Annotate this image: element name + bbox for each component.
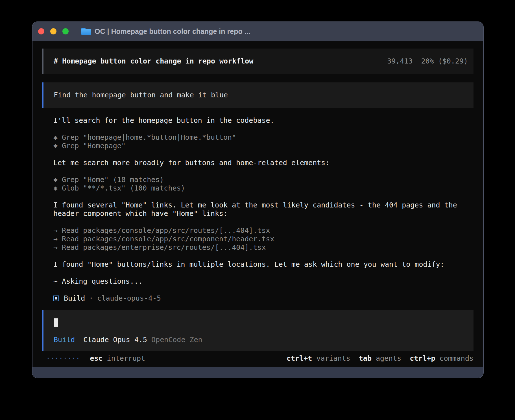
assistant-text-line: I found "Home" buttons/links in multiple… xyxy=(53,260,473,269)
user-message: Find the homepage button and make it blu… xyxy=(42,82,473,108)
read-call-line: → Read packages/enterprise/src/routes/[.… xyxy=(53,243,473,252)
agent-build-icon xyxy=(53,296,59,301)
ctrl-t-key: ctrl+t xyxy=(287,354,312,362)
minimize-button[interactable] xyxy=(50,28,56,34)
separator-dot: · xyxy=(89,294,93,303)
tab-key: tab xyxy=(359,354,372,362)
assistant-status-line: ~ Asking questions... xyxy=(53,277,473,286)
session-header: # Homepage button color change in repo w… xyxy=(42,49,473,74)
agent-name: Build xyxy=(64,294,85,303)
prompt-meta: BuildClaude Opus 4.5OpenCode Zen xyxy=(54,336,468,344)
user-message-text: Find the homepage button and make it blu… xyxy=(54,91,468,99)
assistant-text: Let me search more broadly for buttons a… xyxy=(53,159,473,167)
esc-key: esc xyxy=(90,354,102,362)
tool-call-line: ✱ Grep "Homepage" xyxy=(53,142,473,150)
folder-icon xyxy=(81,28,91,35)
assistant-text-line: I found several "Home" links. Let me loo… xyxy=(53,201,473,209)
hint-interrupt: escinterrupt xyxy=(90,354,145,363)
session-stats: 39,41320%($0.29) xyxy=(387,57,468,65)
hint-variants: ctrl+tvariants xyxy=(287,354,350,363)
model-label[interactable]: Claude Opus 4.5 xyxy=(83,336,147,344)
status-bar: ········ escinterrupt ctrl+tvariants tab… xyxy=(42,354,473,363)
mode-label[interactable]: Build xyxy=(54,336,75,344)
hint-agents: tabagents xyxy=(359,354,401,363)
tool-calls: ✱ Grep "homepage|home.*button|Home.*butt… xyxy=(53,133,473,150)
zoom-button[interactable] xyxy=(62,28,69,34)
ctrl-p-key: ctrl+p xyxy=(410,354,435,362)
tool-call-line: ✱ Grep "homepage|home.*button|Home.*butt… xyxy=(53,133,473,142)
close-button[interactable] xyxy=(38,28,44,34)
token-count: 39,413 xyxy=(387,57,413,65)
window-bottom-strip xyxy=(32,367,483,378)
agent-model: claude-opus-4-5 xyxy=(97,294,161,303)
hint-commands: ctrl+pcommands xyxy=(410,354,473,363)
conversation: I'll search for the homepage button in t… xyxy=(42,116,473,303)
text-cursor xyxy=(54,318,58,327)
tool-call-line: ✱ Glob "**/*.tsx" (100 matches) xyxy=(53,184,473,193)
assistant-status: ~ Asking questions... xyxy=(53,277,473,286)
read-call-line: → Read packages/console/app/src/componen… xyxy=(53,235,473,243)
spinner-dots-icon: ········ xyxy=(46,354,80,363)
tool-call-line: ✱ Grep "Home" (18 matches) xyxy=(53,176,473,184)
read-calls: → Read packages/console/app/src/routes/[… xyxy=(53,226,473,252)
window-title: OC | Homepage button color change in rep… xyxy=(95,27,250,36)
assistant-text-line: header component which have "Home" links… xyxy=(53,209,473,218)
terminal-window: OC | Homepage button color change in rep… xyxy=(32,21,484,378)
read-call-line: → Read packages/console/app/src/routes/[… xyxy=(53,226,473,235)
terminal-content: # Homepage button color change in repo w… xyxy=(32,41,483,367)
assistant-text: I found several "Home" links. Let me loo… xyxy=(53,201,473,218)
session-title: # Homepage button color change in repo w… xyxy=(54,57,253,65)
titlebar: OC | Homepage button color change in rep… xyxy=(32,22,483,41)
prompt-input[interactable]: BuildClaude Opus 4.5OpenCode Zen xyxy=(42,310,473,351)
context-percent: 20% xyxy=(421,57,434,65)
assistant-text: I found "Home" buttons/links in multiple… xyxy=(53,260,473,269)
assistant-text-line: Let me search more broadly for buttons a… xyxy=(53,159,473,167)
provider-label: OpenCode Zen xyxy=(151,336,202,344)
assistant-text-line: I'll search for the homepage button in t… xyxy=(53,116,473,125)
agent-status-line: Build · claude-opus-4-5 xyxy=(53,294,473,303)
tool-calls: ✱ Grep "Home" (18 matches) ✱ Glob "**/*.… xyxy=(53,176,473,193)
assistant-text: I'll search for the homepage button in t… xyxy=(53,116,473,125)
session-cost: ($0.29) xyxy=(438,57,468,65)
